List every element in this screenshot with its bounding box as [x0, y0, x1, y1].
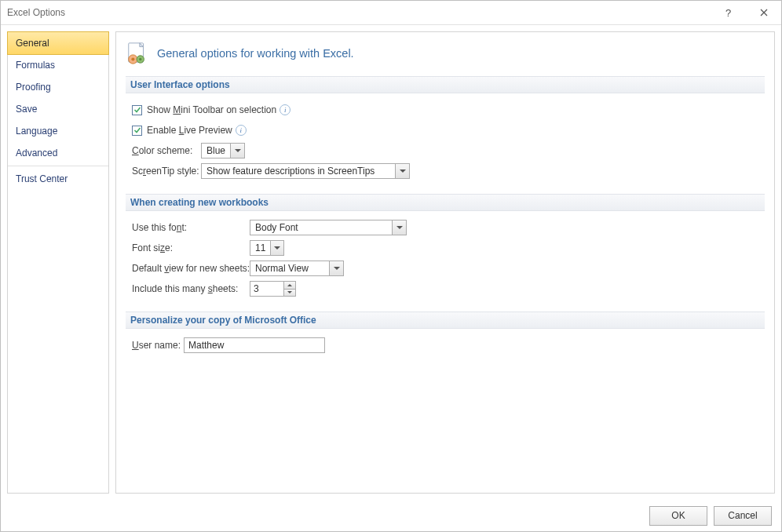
- row-font: Use this font: Body Font: [132, 219, 765, 236]
- dialog-footer: OK Cancel: [1, 500, 781, 531]
- chevron-down-icon: [230, 144, 244, 158]
- combo-value: Normal View: [250, 261, 329, 275]
- combo-value: Show feature descriptions in ScreenTips: [202, 164, 395, 178]
- chevron-down-icon: [329, 261, 343, 275]
- section-body-ui: Show Mini Toolbar on selection i Enable …: [126, 101, 765, 191]
- section-header-personalize: Personalize your copy of Microsoft Offic…: [126, 312, 765, 329]
- row-font-size: Font size: 11: [132, 239, 765, 257]
- row-live-preview: Enable Live Preview i: [132, 122, 765, 139]
- spinner-value: 3: [250, 282, 283, 296]
- window-title: Excel Options: [7, 7, 711, 18]
- combo-color-scheme[interactable]: Blue: [201, 143, 245, 159]
- sidebar-item-general[interactable]: General: [7, 31, 109, 55]
- sidebar-item-label: Trust Center: [16, 173, 68, 184]
- label-mini-toolbar: Show Mini Toolbar on selection: [147, 104, 276, 115]
- sidebar-item-label: Save: [16, 104, 37, 115]
- page-heading: General options for working with Excel.: [157, 47, 354, 60]
- sidebar-item-save[interactable]: Save: [8, 98, 108, 120]
- combo-font-size[interactable]: 11: [250, 240, 284, 256]
- section-header-ui: User Interface options: [126, 76, 765, 93]
- row-color-scheme: Color scheme: Blue: [132, 142, 765, 159]
- close-icon: [760, 9, 768, 16]
- sidebar-item-label: Advanced: [16, 148, 57, 159]
- general-options-icon: [126, 42, 149, 65]
- checkbox-mini-toolbar[interactable]: [132, 105, 142, 115]
- label-color-scheme: Color scheme:: [132, 145, 201, 156]
- category-sidebar: General Formulas Proofing Save Language …: [7, 31, 109, 494]
- row-mini-toolbar: Show Mini Toolbar on selection i: [132, 101, 765, 118]
- label-username: User name:: [132, 340, 184, 351]
- combo-default-view[interactable]: Normal View: [250, 261, 344, 276]
- chevron-down-icon: [392, 220, 406, 235]
- input-value: Matthew: [188, 340, 224, 351]
- svg-point-2: [131, 57, 134, 60]
- excel-options-dialog: Excel Options ? General Formulas Proofin…: [0, 0, 782, 532]
- spinner-sheet-count[interactable]: 3: [250, 281, 296, 297]
- spinner-down[interactable]: [284, 290, 295, 297]
- checkbox-live-preview[interactable]: [132, 126, 142, 136]
- section-body-personalize: User name: Matthew: [126, 337, 765, 365]
- label-live-preview: Enable Live Preview: [147, 125, 232, 136]
- content-pane: General options for working with Excel. …: [115, 31, 775, 494]
- row-username: User name: Matthew: [132, 337, 765, 354]
- row-sheet-count: Include this many sheets: 3: [132, 280, 765, 297]
- spinner-up[interactable]: [284, 282, 295, 290]
- sidebar-item-label: General: [16, 38, 49, 49]
- chevron-down-icon: [270, 241, 283, 255]
- combo-font[interactable]: Body Font: [250, 220, 407, 235]
- combo-value: 11: [250, 241, 270, 255]
- combo-value: Body Font: [250, 220, 392, 235]
- section-body-workbooks: Use this font: Body Font Font size: 11: [126, 219, 765, 308]
- sidebar-item-label: Language: [16, 126, 57, 137]
- sidebar-item-advanced[interactable]: Advanced: [8, 142, 108, 164]
- close-button[interactable]: [746, 1, 781, 24]
- ok-button[interactable]: OK: [649, 506, 707, 526]
- combo-value: Blue: [202, 144, 230, 158]
- input-username[interactable]: Matthew: [184, 337, 325, 353]
- page-header: General options for working with Excel.: [126, 42, 765, 65]
- label-screentip: ScreenTip style:: [132, 166, 201, 177]
- info-icon[interactable]: i: [236, 125, 247, 136]
- svg-point-4: [139, 58, 141, 60]
- label-font: Use this font:: [132, 222, 250, 233]
- section-header-workbooks: When creating new workbooks: [126, 194, 765, 211]
- help-button[interactable]: ?: [711, 1, 746, 24]
- sidebar-item-trust-center[interactable]: Trust Center: [8, 168, 108, 190]
- titlebar: Excel Options ?: [1, 1, 781, 25]
- row-default-view: Default view for new sheets: Normal View: [132, 260, 765, 277]
- combo-screentip[interactable]: Show feature descriptions in ScreenTips: [201, 163, 410, 179]
- info-icon[interactable]: i: [280, 104, 291, 115]
- sidebar-item-language[interactable]: Language: [8, 120, 108, 142]
- label-sheet-count: Include this many sheets:: [132, 283, 250, 294]
- cancel-button[interactable]: Cancel: [714, 506, 772, 526]
- chevron-down-icon: [395, 164, 409, 178]
- sidebar-item-proofing[interactable]: Proofing: [8, 76, 108, 98]
- label-default-view: Default view for new sheets:: [132, 263, 250, 274]
- row-screentip: ScreenTip style: Show feature descriptio…: [132, 162, 765, 180]
- sidebar-item-label: Proofing: [16, 82, 51, 93]
- sidebar-separator: [8, 166, 108, 166]
- label-font-size: Font size:: [132, 242, 250, 253]
- dialog-body: General Formulas Proofing Save Language …: [1, 25, 781, 500]
- sidebar-item-formulas[interactable]: Formulas: [8, 54, 108, 76]
- sidebar-item-label: Formulas: [16, 60, 55, 71]
